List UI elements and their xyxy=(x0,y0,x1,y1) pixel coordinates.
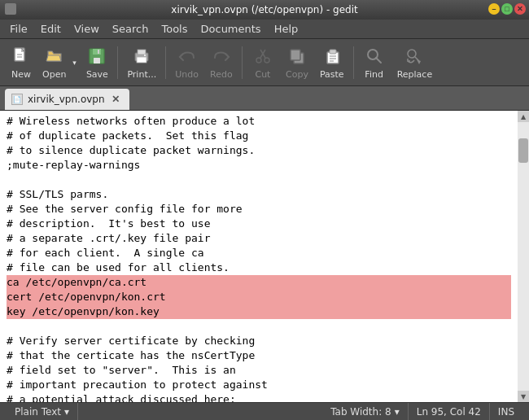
find-button[interactable]: Find xyxy=(358,42,391,83)
copy-label: Copy xyxy=(286,69,308,80)
menu-help[interactable]: Help xyxy=(268,21,305,37)
separator-3 xyxy=(242,46,243,79)
open-label: Open xyxy=(42,69,66,80)
editor-content[interactable]: # Wireless networks often produce a lot#… xyxy=(0,111,518,402)
open-button[interactable]: Open xyxy=(39,42,69,83)
replace-label: Replace xyxy=(397,69,433,80)
undo-label: Undo xyxy=(175,69,199,80)
cut-button[interactable]: Cut xyxy=(247,42,279,83)
tab-bar: 📄 xirvik_vpn.ovpn ✕ xyxy=(0,86,529,111)
save-icon xyxy=(85,45,108,68)
mode-label: INS xyxy=(498,406,514,418)
svg-rect-8 xyxy=(138,50,146,55)
save-label: Save xyxy=(86,69,108,80)
menu-documents[interactable]: Documents xyxy=(195,21,268,37)
scroll-track[interactable] xyxy=(518,122,529,391)
svg-line-23 xyxy=(376,58,381,63)
menu-view[interactable]: View xyxy=(68,21,106,37)
redo-icon xyxy=(210,45,233,68)
close-button[interactable]: ✕ xyxy=(514,3,526,15)
find-icon xyxy=(363,45,386,68)
tab-close-button[interactable]: ✕ xyxy=(110,94,121,105)
separator-4 xyxy=(353,46,354,79)
copy-button[interactable]: Copy xyxy=(281,42,313,83)
svg-rect-18 xyxy=(330,50,336,54)
cut-label: Cut xyxy=(255,69,270,80)
separator-1 xyxy=(117,46,118,79)
save-button[interactable]: Save xyxy=(81,42,113,83)
open-icon xyxy=(43,45,66,68)
file-type-arrow-icon: ▾ xyxy=(64,406,69,418)
title-bar-icon xyxy=(5,3,16,15)
redo-label: Redo xyxy=(210,69,233,80)
new-label: New xyxy=(11,69,31,80)
minimize-button[interactable]: – xyxy=(488,3,500,15)
menu-tools[interactable]: Tools xyxy=(155,21,194,37)
print-icon xyxy=(130,45,153,68)
svg-point-13 xyxy=(256,58,261,63)
tab-width-label: Tab Width: 8 xyxy=(330,406,391,418)
svg-rect-4 xyxy=(93,49,101,55)
replace-icon xyxy=(403,45,426,68)
line-col-label: Ln 95, Col 42 xyxy=(417,406,481,418)
svg-line-25 xyxy=(415,57,418,60)
svg-rect-9 xyxy=(137,57,146,63)
tab-width-section[interactable]: Tab Width: 8 ▾ xyxy=(322,403,409,420)
svg-rect-16 xyxy=(291,50,300,60)
tab-file-icon: 📄 xyxy=(11,94,23,105)
window-controls[interactable]: – □ ✕ xyxy=(488,3,526,15)
title-bar: xirvik_vpn.ovpn (/etc/openvpn) - gedit –… xyxy=(0,0,529,20)
replace-button[interactable]: Replace xyxy=(392,42,438,83)
editor-wrapper: # Wireless networks often produce a lot#… xyxy=(0,111,529,402)
svg-point-14 xyxy=(264,58,269,63)
menu-bar: File Edit View Search Tools Documents He… xyxy=(0,20,529,39)
undo-icon xyxy=(176,45,199,68)
mode-section[interactable]: INS xyxy=(490,403,522,420)
file-type-section[interactable]: Plain Text ▾ xyxy=(7,403,78,420)
svg-point-10 xyxy=(144,55,146,56)
separator-2 xyxy=(165,46,166,79)
svg-rect-6 xyxy=(98,50,99,54)
new-icon xyxy=(10,45,33,68)
print-label: Print... xyxy=(127,69,156,80)
file-type-label: Plain Text xyxy=(15,406,61,418)
toolbar: New Open ▾ Save xyxy=(0,39,529,86)
find-label: Find xyxy=(365,69,383,80)
cut-icon xyxy=(251,45,274,68)
open-dropdown-arrow[interactable]: ▾ xyxy=(69,42,79,83)
maximize-button[interactable]: □ xyxy=(501,3,513,15)
svg-rect-5 xyxy=(94,58,100,63)
status-bar: Plain Text ▾ Tab Width: 8 ▾ Ln 95, Col 4… xyxy=(0,402,529,420)
menu-edit[interactable]: Edit xyxy=(34,21,68,37)
tab-filename: xirvik_vpn.ovpn xyxy=(28,94,105,105)
undo-button[interactable]: Undo xyxy=(170,42,203,83)
tab-width-arrow-icon: ▾ xyxy=(395,406,400,418)
paste-button[interactable]: Paste xyxy=(315,42,349,83)
menu-file[interactable]: File xyxy=(3,21,34,37)
scroll-thumb[interactable] xyxy=(518,138,528,163)
copy-icon xyxy=(286,45,308,68)
paste-label: Paste xyxy=(320,69,344,80)
print-button[interactable]: Print... xyxy=(122,42,161,83)
scrollbar[interactable]: ▲ ▼ xyxy=(518,111,529,402)
new-button[interactable]: New xyxy=(5,42,37,83)
open-button-wrapper[interactable]: Open ▾ xyxy=(39,42,79,83)
scroll-down-arrow[interactable]: ▼ xyxy=(518,391,529,402)
menu-search[interactable]: Search xyxy=(106,21,155,37)
scroll-up-arrow[interactable]: ▲ xyxy=(518,111,529,122)
editor-tab[interactable]: 📄 xirvik_vpn.ovpn ✕ xyxy=(5,89,129,110)
line-col-section[interactable]: Ln 95, Col 42 xyxy=(409,403,490,420)
window-title: xirvik_vpn.ovpn (/etc/openvpn) - gedit xyxy=(171,4,357,15)
redo-button[interactable]: Redo xyxy=(205,42,238,83)
paste-icon xyxy=(321,45,343,68)
